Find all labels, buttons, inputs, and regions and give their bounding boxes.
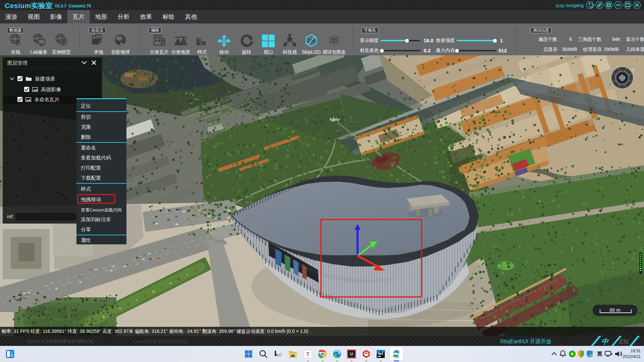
svg-text:30 m: 30 m xyxy=(609,307,620,313)
svg-text:EN: EN xyxy=(619,338,629,345)
svg-text:WS: WS xyxy=(378,352,383,356)
svg-text:IJ: IJ xyxy=(350,352,353,356)
svg-text:中: 中 xyxy=(601,338,609,345)
svg-text:T: T xyxy=(306,351,310,357)
svg-text:LAB: LAB xyxy=(394,356,399,359)
